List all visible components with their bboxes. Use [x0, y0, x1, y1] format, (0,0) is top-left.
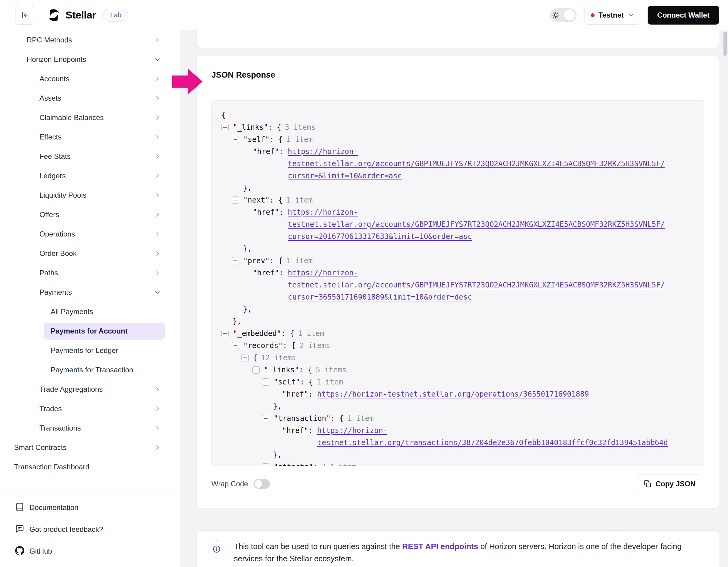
sidebar-item-transactions[interactable]: Transactions: [0, 418, 180, 438]
json-text: "transaction": {: [274, 414, 344, 423]
json-url-link[interactable]: https://horizon-: [288, 147, 358, 156]
sidebar-item-label: Payments for Transaction: [51, 366, 133, 374]
chevron-icon: [154, 289, 160, 295]
connect-wallet-button[interactable]: Connect Wallet: [648, 6, 719, 25]
json-text: },: [243, 305, 252, 313]
json-line: "transaction": {1 item: [221, 412, 694, 424]
json-url-link[interactable]: https://horizon-: [288, 208, 358, 217]
sidebar-item-order-book[interactable]: Order Book: [0, 244, 180, 263]
json-line: "href": https://horizon-: [221, 424, 694, 437]
sidebar-item-label: All Payments: [51, 307, 93, 316]
json-url-link[interactable]: testnet.stellar.org/accounts/GBPIMUEJFYS…: [288, 160, 665, 168]
sidebar-item-rpc-methods[interactable]: RPC Methods: [0, 30, 180, 50]
chevron-icon: [154, 76, 160, 82]
sidebar-item-transaction-dashboard[interactable]: Transaction Dashboard: [0, 457, 180, 477]
json-code-viewer[interactable]: {"_links": {3 items"self": {1 item"href"…: [211, 100, 704, 466]
info-icon: [212, 545, 221, 553]
chevron-icon: [154, 270, 160, 276]
collapse-toggle-icon[interactable]: [232, 136, 239, 143]
collapse-sidebar-icon: [20, 11, 29, 19]
json-url-link[interactable]: https://horizon-testnet.stellar.org/oper…: [317, 390, 589, 398]
sidebar-item-effects[interactable]: Effects: [0, 127, 180, 147]
collapse-toggle-icon[interactable]: [262, 415, 269, 422]
wrap-code-toggle[interactable]: [254, 479, 270, 489]
chevron-right-icon: [154, 425, 160, 431]
item-count-label: 1 item: [330, 463, 356, 466]
sidebar-item-fee-stats[interactable]: Fee Stats: [0, 147, 180, 166]
sidebar-footer-github[interactable]: GitHub: [15, 540, 180, 562]
sidebar-item-label: Transaction Dashboard: [14, 463, 89, 471]
chevron-right-icon: [154, 37, 160, 43]
theme-toggle[interactable]: [550, 8, 577, 22]
sidebar-item-smart-contracts[interactable]: Smart Contracts: [0, 438, 180, 457]
copy-json-label: Copy JSON: [656, 480, 696, 488]
collapse-toggle-icon[interactable]: [252, 366, 260, 373]
chevron-icon: [154, 134, 160, 140]
copy-json-button[interactable]: Copy JSON: [635, 474, 704, 493]
sidebar-item-claimable-balances[interactable]: Claimable Balances: [0, 108, 180, 127]
info-card: This tool can be used to run queries aga…: [197, 530, 719, 567]
sidebar-item-trade-aggregations[interactable]: Trade Aggregations: [0, 380, 180, 399]
json-line: cursor=365501716901889&limit=10&order=de…: [221, 291, 694, 303]
json-url-link[interactable]: cursor=2016770613317633&limit=10&order=a…: [288, 232, 472, 241]
chevron-right-icon: [154, 444, 160, 450]
collapse-toggle-icon[interactable]: [221, 124, 229, 131]
json-text: "href":: [282, 390, 317, 398]
json-url-link[interactable]: cursor=365501716901889&limit=10&order=de…: [288, 293, 472, 301]
json-line: "_embedded": {1 item: [221, 327, 694, 339]
chevron-icon: [154, 154, 160, 160]
chevron-icon: [154, 231, 160, 237]
scrollbar-thumb[interactable]: [723, 32, 727, 56]
stellar-logo-link[interactable]: Stellar Lab: [47, 8, 128, 22]
sidebar-item-paths[interactable]: Paths: [0, 263, 180, 283]
sidebar-item-all-payments[interactable]: All Payments: [0, 302, 180, 321]
sidebar-item-trades[interactable]: Trades: [0, 399, 180, 418]
collapse-toggle-icon[interactable]: [232, 342, 239, 349]
json-text: "_links": {: [233, 123, 281, 132]
json-url-link[interactable]: https://horizon-: [317, 426, 387, 435]
sidebar-footer-label: Got product feedback?: [29, 525, 103, 534]
sidebar-item-label: Trade Aggregations: [39, 385, 103, 393]
sidebar-item-payments[interactable]: Payments: [0, 283, 180, 302]
collapse-toggle-icon[interactable]: [262, 378, 269, 386]
collapse-toggle-icon[interactable]: [241, 354, 249, 361]
collapse-toggle-icon[interactable]: [262, 463, 269, 466]
chevron-icon: [154, 56, 160, 62]
sidebar-item-horizon-endpoints[interactable]: Horizon Endpoints: [0, 50, 180, 69]
collapse-toggle-icon[interactable]: [232, 257, 239, 265]
json-text: "self": {: [274, 378, 313, 386]
sidebar-item-offers[interactable]: Offers: [0, 205, 180, 225]
json-text: "href":: [253, 208, 288, 217]
sidebar: RPC Methods Horizon Endpoints Accounts A…: [0, 30, 181, 567]
wrap-code-label: Wrap Code: [211, 480, 248, 488]
chevron-icon: [154, 386, 160, 392]
collapse-toggle-icon[interactable]: [221, 330, 229, 337]
sidebar-item-liquidity-pools[interactable]: Liquidity Pools: [0, 186, 180, 205]
sidebar-item-payments-for-transaction[interactable]: Payments for Transaction: [0, 360, 180, 380]
sidebar-item-accounts[interactable]: Accounts: [0, 69, 180, 89]
top-header: Stellar Lab Testnet Connect Wallet: [0, 0, 728, 30]
collapse-sidebar-button[interactable]: [15, 6, 34, 25]
sidebar-item-label: Assets: [39, 94, 61, 103]
chevron-down-icon: [154, 289, 160, 295]
json-url-link[interactable]: https://horizon-: [288, 269, 358, 277]
collapse-toggle-icon[interactable]: [232, 197, 239, 204]
rest-api-endpoints-link[interactable]: REST API endpoints: [402, 542, 478, 551]
sidebar-item-operations[interactable]: Operations: [0, 225, 180, 244]
json-url-link[interactable]: testnet.stellar.org/accounts/GBPIMUEJFYS…: [288, 220, 665, 229]
network-selector[interactable]: Testnet: [585, 6, 640, 25]
sidebar-item-ledgers[interactable]: Ledgers: [0, 166, 180, 186]
json-line: cursor=2016770613317633&limit=10&order=a…: [221, 231, 694, 243]
json-line: "href": https://horizon-testnet.stellar.…: [221, 388, 694, 400]
sidebar-item-payments-for-ledger[interactable]: Payments for Ledger: [0, 341, 180, 360]
json-url-link[interactable]: cursor=&limit=10&order=asc: [288, 172, 402, 180]
sidebar-item-payments-for-account[interactable]: Payments for Account: [0, 321, 180, 341]
json-text: "effects": {: [274, 463, 326, 466]
json-url-link[interactable]: testnet.stellar.org/transactions/387204d…: [317, 438, 668, 447]
json-url-link[interactable]: testnet.stellar.org/accounts/GBPIMUEJFYS…: [288, 281, 665, 289]
sidebar-footer-documentation[interactable]: Documentation: [15, 497, 180, 518]
copy-icon: [644, 480, 652, 488]
json-line: },: [221, 449, 694, 461]
sidebar-footer-got-product-feedback[interactable]: Got product feedback?: [15, 518, 180, 540]
sidebar-item-assets[interactable]: Assets: [0, 89, 180, 108]
